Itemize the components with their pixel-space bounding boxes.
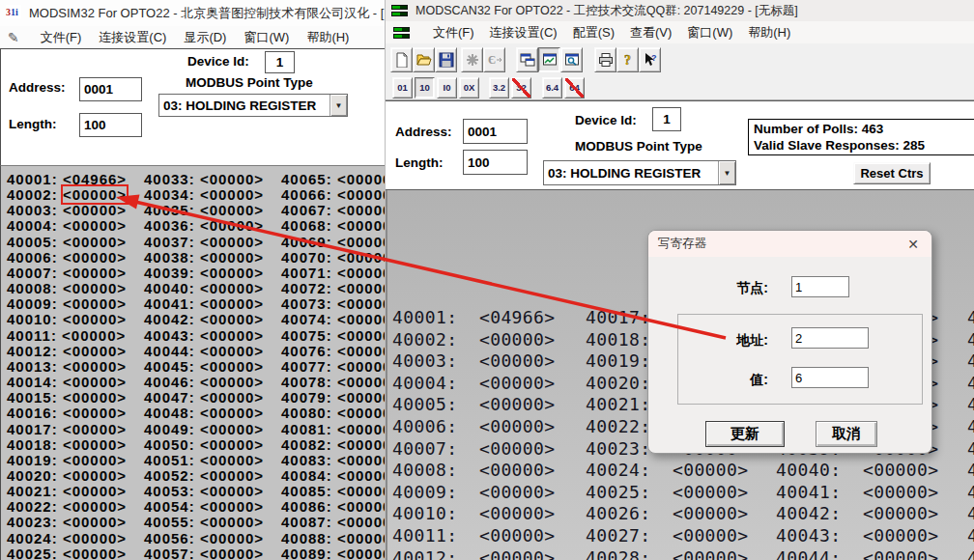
register-entry: 40002: <00000> — [392, 329, 556, 351]
modsim-menu-help[interactable]: 帮助(H) — [306, 29, 349, 46]
show-traffic-view-button[interactable] — [560, 47, 583, 72]
modscan-device-id-field[interactable] — [652, 107, 681, 131]
modsim-menu-display[interactable]: 显示(D) — [184, 29, 226, 46]
register-entry: 40025: <00000> — [7, 546, 127, 560]
register-entry: 40002: <00000> — [7, 187, 127, 203]
responses-count-value: 285 — [903, 138, 926, 153]
update-button[interactable]: 更新 — [705, 421, 785, 447]
data-definition-view-button[interactable] — [516, 47, 538, 72]
close-icon[interactable]: ✕ — [902, 235, 924, 253]
value-field[interactable] — [791, 367, 869, 388]
register-entry: 40070: <00000> — [281, 250, 387, 266]
register-value: <00000> — [200, 234, 264, 250]
format-double64-button[interactable]: 6.4 — [542, 77, 562, 98]
register-value: <00000> — [337, 530, 387, 546]
context-help-button[interactable]: ? — [639, 47, 661, 72]
modsim-device-id-field[interactable] — [265, 51, 295, 73]
modscan-address-field[interactable] — [463, 119, 528, 144]
register-entry: 40037: <00000> — [144, 235, 264, 250]
save-file-button[interactable] — [435, 47, 457, 72]
address-field[interactable] — [791, 327, 869, 349]
register-value: <04966> — [479, 307, 556, 327]
register-value: <00000> — [673, 547, 749, 560]
register-entry: 40019: <00000> — [7, 453, 127, 468]
register-entry: 40041: <00000> — [144, 296, 264, 312]
register-value: <00000> — [62, 327, 126, 344]
register-entry: 40033: <00000> — [144, 172, 264, 187]
modscan-menu-view[interactable]: 查看(V) — [630, 24, 672, 42]
format-swapped-float32-button[interactable]: 32 — [511, 77, 531, 98]
register-value: <00000> — [673, 460, 749, 480]
node-field[interactable] — [791, 276, 849, 297]
dropdown-arrow-icon[interactable]: ▼ — [329, 95, 347, 116]
register-entry: 40003: <00000> — [7, 203, 127, 218]
dialog-titlebar[interactable]: 写寄存器 ✕ — [648, 231, 931, 257]
register-value: <00000> — [479, 525, 556, 546]
modsim-menu-window[interactable]: 窗口(W) — [244, 29, 289, 46]
format-hex-button[interactable]: 0X — [459, 77, 479, 98]
modsim-form: Device Id: MODBUS Point Type 03: HOLDING… — [0, 48, 387, 165]
modscan-menu-file[interactable]: 文件(F) — [433, 24, 474, 42]
register-value: <00000> — [200, 343, 264, 359]
open-folder-icon — [416, 52, 432, 68]
register-value: <04966> — [63, 171, 127, 187]
format-binary-button[interactable]: 01 — [392, 77, 413, 98]
register-entry: 40071: <00000> — [281, 266, 387, 281]
register-entry: 40086: <00000> — [281, 499, 387, 515]
modscan-toolbar-main: Є ? ? — [386, 43, 974, 75]
show-data-view-button[interactable] — [538, 47, 560, 72]
print-button[interactable] — [594, 47, 616, 72]
disconnect-button[interactable]: Є — [483, 47, 505, 72]
format-integer-button[interactable]: I0 — [437, 77, 457, 98]
register-entry: 40069: <00000> — [281, 235, 387, 250]
modscan-menu-connection[interactable]: 连接设置(C) — [490, 24, 558, 42]
new-file-button[interactable] — [390, 47, 413, 72]
modscan-window-title: MODSCAN32 For OPTO22 - 工控技术交流QQ群: 207149… — [415, 3, 798, 19]
register-entry: 40041: <00000> — [776, 482, 939, 504]
register-entry: 40018: <00000> — [7, 437, 127, 453]
register-value: <00000> — [200, 389, 264, 406]
register-value: <00000> — [337, 343, 387, 359]
register-value: <00000> — [337, 436, 387, 453]
register-entry: 40039: <00000> — [144, 266, 264, 281]
register-value: <00000> — [200, 530, 264, 546]
register-value: <00000> — [863, 482, 939, 502]
connect-button[interactable] — [461, 47, 483, 72]
svg-text:Є: Є — [488, 53, 496, 67]
open-file-button[interactable] — [413, 47, 435, 72]
format-swapped-double64-button[interactable]: 64 — [564, 77, 585, 98]
modscan-menu-help[interactable]: 帮助(H) — [748, 24, 790, 42]
register-entry: 40053: <00000> — [144, 484, 264, 499]
modsim-menu-connection[interactable]: 连接设置(C) — [99, 29, 166, 46]
dropdown-arrow-icon[interactable]: ▼ — [718, 161, 735, 184]
modscan-menu-setup[interactable]: 配置(S) — [573, 24, 615, 42]
register-entry: 40051: <00000> — [967, 350, 974, 373]
format-float32-button[interactable]: 3.2 — [489, 77, 509, 98]
register-entry: 40005: <00000> — [7, 235, 127, 250]
register-entry: 40008: <00000> — [392, 460, 556, 482]
modsim-point-type-dropdown[interactable]: 03: HOLDING REGISTER ▼ — [158, 94, 348, 117]
modsim-titlebar[interactable]: 31i MODSIM32 For OPTO22 - 北京奥普图控制技术有限公司汉… — [0, 0, 387, 26]
register-value: <00000> — [337, 498, 387, 515]
register-entry: 40025: <00000> — [586, 482, 749, 504]
register-entry: 40053: <00000> — [967, 394, 974, 416]
modsim-address-field[interactable] — [79, 77, 142, 101]
modsim-menu-file[interactable]: 文件(F) — [41, 29, 82, 46]
register-value: <00000> — [63, 405, 127, 421]
register-entry: 40020: <00000> — [7, 468, 127, 484]
modscan-length-field[interactable] — [463, 150, 528, 175]
register-value: <00000> — [200, 546, 264, 560]
modsim-length-field[interactable] — [79, 113, 142, 137]
help-icon: ? — [620, 52, 636, 68]
reset-counters-button[interactable]: Reset Ctrs — [853, 162, 931, 184]
register-entry: 40057: <00000> — [967, 482, 974, 504]
register-entry: 40024: <00000> — [586, 460, 749, 482]
cancel-button[interactable]: 取消 — [816, 421, 877, 447]
help-button[interactable]: ? — [616, 47, 639, 72]
format-decimal-button[interactable]: 10 — [415, 77, 435, 98]
register-entry: 40010: <00000> — [392, 503, 556, 525]
register-value: <00000> — [63, 186, 127, 203]
modscan-menu-window[interactable]: 窗口(W) — [687, 24, 732, 42]
modscan-point-type-dropdown[interactable]: 03: HOLDING REGISTER ▼ — [543, 160, 736, 185]
modscan-titlebar[interactable]: MODSCAN32 For OPTO22 - 工控技术交流QQ群: 207149… — [386, 0, 974, 21]
